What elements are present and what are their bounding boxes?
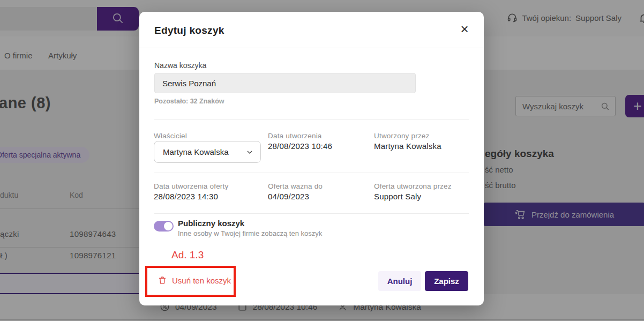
owner-select[interactable]: Martyna Kowalska <box>154 141 261 163</box>
toggle-knob <box>164 222 173 230</box>
created-value: 28/08/2023 10:46 <box>268 141 332 151</box>
page: Twój opiekun: Support Saly O firmie Arty… <box>0 0 644 321</box>
cart-name-input[interactable] <box>154 73 416 93</box>
chars-remaining-text: Pozostało: 32 Znaków <box>154 98 224 105</box>
divider <box>154 173 469 173</box>
created-by-value: Martyna Kowalska <box>374 141 441 151</box>
offer-created-value: 28/08/2023 14:30 <box>154 192 218 201</box>
chevron-down-icon <box>245 148 254 156</box>
public-cart-description: Inne osoby w Twojej firmie zobaczą ten k… <box>178 229 322 237</box>
created-by-label: Utworzony przez <box>374 132 430 140</box>
offer-valid-value: 04/09/2023 <box>268 192 309 201</box>
offer-author-label: Oferta utworzona przez <box>374 182 452 190</box>
close-icon[interactable]: × <box>456 20 473 38</box>
cancel-button[interactable]: Anuluj <box>378 271 421 291</box>
offer-author-value: Support Saly <box>374 192 421 201</box>
annotation-text: Ad. 1.3 <box>171 249 204 261</box>
edit-cart-modal: Edytuj koszyk × Nazwa koszyka Pozostało:… <box>139 12 484 305</box>
offer-created-label: Data utworzenia oferty <box>154 182 228 190</box>
divider <box>154 213 469 214</box>
offer-valid-label: Oferta ważna do <box>268 182 323 190</box>
owner-select-value: Martyna Kowalska <box>163 147 229 156</box>
cart-name-label: Nazwa koszyka <box>154 61 206 70</box>
public-cart-toggle[interactable] <box>154 221 174 232</box>
save-button[interactable]: Zapisz <box>425 271 468 291</box>
public-cart-label: Publiczny koszyk <box>178 219 244 228</box>
modal-title: Edytuj koszyk <box>154 25 224 36</box>
divider <box>154 119 469 120</box>
modal-header: Edytuj koszyk × <box>139 12 484 48</box>
annotation-highlight-box <box>145 266 236 297</box>
owner-label: Właściciel <box>154 132 187 140</box>
created-label: Data utworzenia <box>268 132 322 140</box>
